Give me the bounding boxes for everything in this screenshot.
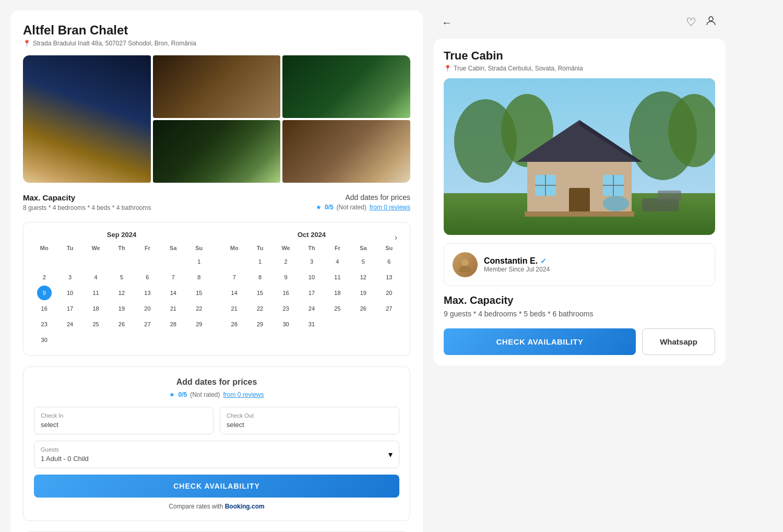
right-property-photo (444, 78, 715, 235)
cal-day[interactable]: 15 (192, 286, 206, 300)
cal-day[interactable]: 23 (37, 317, 52, 332)
cal-day[interactable]: 22 (253, 301, 267, 316)
cal-day[interactable]: 10 (304, 270, 319, 285)
verified-icon: ✓ (540, 257, 547, 265)
photo-sm-3 (153, 120, 281, 183)
check-availability-button[interactable]: CHECK AVAILABILITY (444, 328, 636, 355)
capacity-title: Max. Capacity (23, 193, 151, 202)
favorite-button[interactable]: ♡ (686, 15, 696, 30)
cal-day[interactable]: 1 (192, 254, 206, 269)
user-profile-button[interactable] (705, 15, 717, 30)
cal-day[interactable]: 16 (37, 301, 52, 316)
pin-icon: 📍 (23, 40, 31, 47)
cal-day[interactable]: 2 (279, 254, 293, 269)
back-button[interactable]: ← (442, 17, 452, 29)
cal-day[interactable]: 28 (166, 317, 181, 332)
checkout-value: select (227, 421, 393, 429)
cal-day[interactable]: 19 (356, 286, 371, 300)
right-sidebar: ← ♡ True Cabin 📍 True Cabin, Strada Cerb… (433, 10, 726, 532)
cal-day[interactable]: 24 (304, 301, 319, 316)
cal-day[interactable]: 23 (279, 301, 293, 316)
checkout-label: Check Out (227, 412, 393, 419)
cal-day[interactable]: 31 (304, 317, 319, 332)
cal-day[interactable]: 18 (330, 286, 345, 300)
star-icon: ★ (169, 391, 175, 398)
cal-day[interactable]: 2 (37, 270, 52, 285)
svg-point-21 (461, 259, 469, 266)
cal-day[interactable]: 4 (330, 254, 345, 269)
price-section: Add dates for prices ★ 0/5 (Not rated) f… (316, 193, 410, 211)
cal-day[interactable]: 20 (140, 301, 155, 316)
cal-day[interactable]: 24 (63, 317, 77, 332)
cal-day[interactable]: 18 (89, 301, 103, 316)
cal-day[interactable]: 5 (114, 270, 129, 285)
chevron-down-icon: ▾ (388, 450, 393, 459)
sep-grid: Mo Tu We Th Fr Sa Su 1 2 3 (32, 243, 211, 347)
cal-day[interactable]: 14 (227, 286, 242, 300)
cal-day[interactable]: 27 (382, 301, 396, 316)
cal-day[interactable]: 29 (253, 317, 267, 332)
cal-day[interactable]: 1 (253, 254, 267, 269)
oct-label: Oct 2024 (222, 231, 401, 239)
cal-day[interactable]: 8 (253, 270, 267, 285)
right-property-card: True Cabin 📍 True Cabin, Strada Cerbului… (433, 39, 726, 365)
cal-day[interactable]: 25 (89, 317, 103, 332)
cal-day[interactable]: 13 (140, 286, 155, 300)
cal-day[interactable]: 6 (382, 254, 396, 269)
cal-day[interactable]: 26 (356, 301, 371, 316)
cal-day[interactable]: 11 (330, 270, 345, 285)
cal-day[interactable]: 9 (279, 270, 293, 285)
reviews-link[interactable]: from 0 reviews (370, 204, 410, 211)
cal-day[interactable]: 28 (227, 317, 242, 332)
cal-day[interactable]: 4 (89, 270, 103, 285)
cal-day[interactable]: 8 (192, 270, 206, 285)
cal-day[interactable]: 22 (192, 301, 206, 316)
photo-main (23, 55, 151, 183)
right-property-address: 📍 True Cabin, Strada Cerbului, Sovata, R… (444, 65, 715, 72)
cal-day[interactable]: 27 (140, 317, 155, 332)
cal-day[interactable]: 25 (330, 301, 345, 316)
cal-day[interactable]: 17 (304, 286, 319, 300)
svg-rect-20 (658, 191, 681, 201)
cal-day-selected[interactable]: 9 (37, 286, 52, 300)
guests-field[interactable]: Guests 1 Adult - 0 Child ▾ (34, 441, 399, 468)
cal-day[interactable]: 21 (166, 301, 181, 316)
cal-day[interactable]: 15 (253, 286, 267, 300)
cal-day[interactable]: 19 (114, 301, 129, 316)
cal-day[interactable]: 14 (166, 286, 181, 300)
cal-day[interactable]: 13 (382, 270, 396, 285)
cal-day[interactable]: 12 (356, 270, 371, 285)
cal-day[interactable]: 6 (140, 270, 155, 285)
guests-value: 1 Adult - 0 Child (41, 455, 89, 463)
cal-day[interactable]: 29 (192, 317, 206, 332)
booking-reviews-link[interactable]: from 0 reviews (223, 391, 264, 398)
cal-day[interactable]: 20 (382, 286, 396, 300)
check-availability-button[interactable]: CHECK AVAILABILITY (34, 475, 399, 498)
cal-day[interactable]: 10 (63, 286, 77, 300)
cal-day[interactable]: 11 (89, 286, 103, 300)
photo-sm-1 (153, 55, 281, 118)
calendar-next-btn[interactable]: › (390, 231, 401, 244)
cal-day[interactable]: 12 (114, 286, 129, 300)
cal-day[interactable]: 7 (166, 270, 181, 285)
cal-day[interactable]: 3 (304, 254, 319, 269)
cal-day[interactable]: 3 (63, 270, 77, 285)
cal-day[interactable]: 16 (279, 286, 293, 300)
cal-day[interactable]: 5 (356, 254, 371, 269)
september-calendar: Sep 2024 Mo Tu We Th Fr Sa Su 1 (32, 231, 211, 347)
cal-day[interactable]: 30 (37, 333, 52, 347)
checkin-field[interactable]: Check In select (34, 407, 213, 434)
whatsapp-button[interactable]: Whatsapp (642, 328, 715, 355)
checkout-field[interactable]: Check Out select (220, 407, 399, 434)
photo-sm-2 (282, 55, 410, 118)
cal-day[interactable]: 30 (279, 317, 293, 332)
action-buttons: CHECK AVAILABILITY Whatsapp (444, 328, 715, 355)
cal-day[interactable]: 26 (114, 317, 129, 332)
photo-sm-4 (282, 120, 410, 183)
property-title: Altfel Bran Chalet (23, 23, 410, 38)
october-calendar: Oct 2024 › Mo Tu We Th Fr Sa Su 1 2 3 4 … (222, 231, 401, 347)
cal-day[interactable]: 7 (227, 270, 242, 285)
cal-day[interactable]: 17 (63, 301, 77, 316)
checkin-value: select (41, 421, 207, 429)
cal-day[interactable]: 21 (227, 301, 242, 316)
